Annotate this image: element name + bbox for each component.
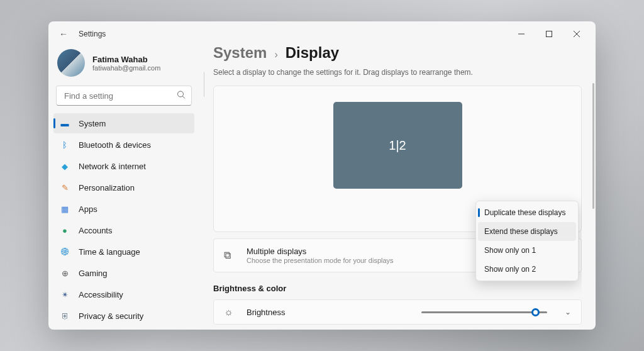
close-button[interactable] (563, 24, 591, 44)
sidebar: Fatima Wahab fatiwahab@gmail.com ▬ Syste… (48, 47, 199, 330)
nav: ▬ System ᛒ Bluetooth & devices ◆ Network… (53, 113, 194, 326)
apps-icon: ▦ (60, 204, 70, 214)
sidebar-item-label: Privacy & security (79, 311, 143, 321)
profile[interactable]: Fatima Wahab fatiwahab@gmail.com (53, 47, 194, 86)
chevron-down-icon[interactable]: ⌄ (565, 308, 571, 316)
minimize-button[interactable] (508, 24, 535, 44)
search-box (56, 86, 192, 106)
dropdown-menu: Duplicate these displays Extend these di… (475, 201, 579, 281)
bluetooth-icon: ᛒ (60, 140, 70, 150)
breadcrumb-current: Display (286, 47, 339, 62)
dropdown-item-extend[interactable]: Extend these displays (478, 222, 576, 241)
brightness-card[interactable]: ☼ Brightness ⌄ (213, 299, 582, 325)
svg-rect-1 (547, 31, 552, 37)
close-icon (574, 31, 580, 37)
sidebar-item-label: Accessibility (79, 290, 123, 299)
settings-window: ← Settings Fatima Wahab (48, 21, 596, 330)
brightness-slider[interactable] (421, 311, 547, 313)
minimize-icon (518, 31, 525, 37)
breadcrumb: System › Display (213, 47, 582, 62)
accounts-icon: ● (60, 225, 70, 235)
sidebar-item-label: Accounts (79, 226, 112, 235)
display-canvas[interactable]: 1|2 (223, 95, 572, 196)
svg-line-5 (183, 96, 186, 99)
privacy-icon: ⛨ (60, 311, 70, 321)
profile-email: fatiwahab@gmail.com (92, 64, 160, 72)
desktop-background: ← Settings Fatima Wahab (0, 0, 644, 351)
sidebar-item-label: Apps (79, 204, 97, 214)
sidebar-item-privacy[interactable]: ⛨ Privacy & security (53, 306, 194, 326)
display-actions: Identify Duplicate these displays Extend… (223, 203, 572, 223)
avatar (57, 49, 85, 77)
multiple-displays-title: Multiple displays (247, 247, 394, 256)
sidebar-item-accounts[interactable]: ● Accounts (53, 220, 194, 240)
sidebar-item-personalization[interactable]: ✎ Personalization (53, 177, 194, 198)
svg-point-4 (178, 91, 184, 97)
sidebar-item-system[interactable]: ▬ System (53, 113, 194, 133)
sidebar-item-accessibility[interactable]: ✴ Accessibility (53, 284, 194, 304)
back-button[interactable]: ← (53, 24, 74, 44)
dropdown-item-only1[interactable]: Show only on 1 (478, 241, 576, 260)
multiple-displays-desc: Choose the presentation mode for your di… (247, 257, 394, 264)
gaming-icon: ⊕ (60, 268, 70, 278)
sidebar-item-label: Network & internet (79, 162, 146, 171)
accessibility-icon: ✴ (60, 289, 70, 299)
sidebar-item-time[interactable]: 🌐︎ Time & language (53, 242, 194, 262)
monitor-label: 1|2 (389, 138, 406, 153)
system-icon: ▬ (60, 118, 70, 128)
personalization-icon: ✎ (60, 182, 70, 192)
brightness-label: Brightness (247, 308, 285, 317)
app-title: Settings (79, 30, 106, 38)
chevron-right-icon: › (274, 49, 277, 60)
sidebar-item-label: Gaming (79, 269, 108, 278)
sidebar-item-label: Personalization (79, 183, 135, 192)
network-icon: ◆ (60, 161, 70, 171)
search-input[interactable] (56, 86, 192, 106)
multiple-displays-icon: ⧉ (224, 250, 236, 261)
section-brightness-color: Brightness & color (213, 284, 582, 293)
back-arrow-icon: ← (59, 29, 68, 39)
breadcrumb-parent[interactable]: System (213, 47, 267, 62)
dropdown-item-duplicate[interactable]: Duplicate these displays (478, 203, 576, 222)
maximize-icon (546, 31, 552, 37)
brightness-icon: ☼ (224, 306, 236, 318)
monitor-thumbnail[interactable]: 1|2 (333, 102, 462, 189)
sidebar-item-bluetooth[interactable]: ᛒ Bluetooth & devices (53, 135, 194, 155)
sidebar-item-gaming[interactable]: ⊕ Gaming (53, 263, 194, 283)
slider-thumb[interactable] (531, 308, 540, 316)
sidebar-item-apps[interactable]: ▦ Apps (53, 199, 194, 219)
profile-name: Fatima Wahab (92, 55, 160, 64)
main-panel: System › Display Select a display to cha… (199, 47, 596, 330)
display-arrangement-box: 1|2 Identify Duplicate these displays Ex… (213, 86, 582, 232)
sidebar-item-label: Time & language (79, 247, 140, 257)
window-controls (508, 24, 591, 44)
display-subtitle: Select a display to change the settings … (213, 68, 582, 77)
search-icon (177, 91, 186, 101)
maximize-button[interactable] (535, 24, 563, 44)
time-icon: 🌐︎ (60, 247, 70, 257)
sidebar-item-network[interactable]: ◆ Network & internet (53, 156, 194, 176)
dropdown-item-only2[interactable]: Show only on 2 (478, 260, 576, 279)
titlebar: ← Settings (48, 21, 596, 47)
sidebar-item-label: System (79, 119, 106, 128)
content: Fatima Wahab fatiwahab@gmail.com ▬ Syste… (48, 47, 596, 330)
scrollbar[interactable] (592, 83, 594, 209)
sidebar-item-label: Bluetooth & devices (79, 140, 151, 150)
